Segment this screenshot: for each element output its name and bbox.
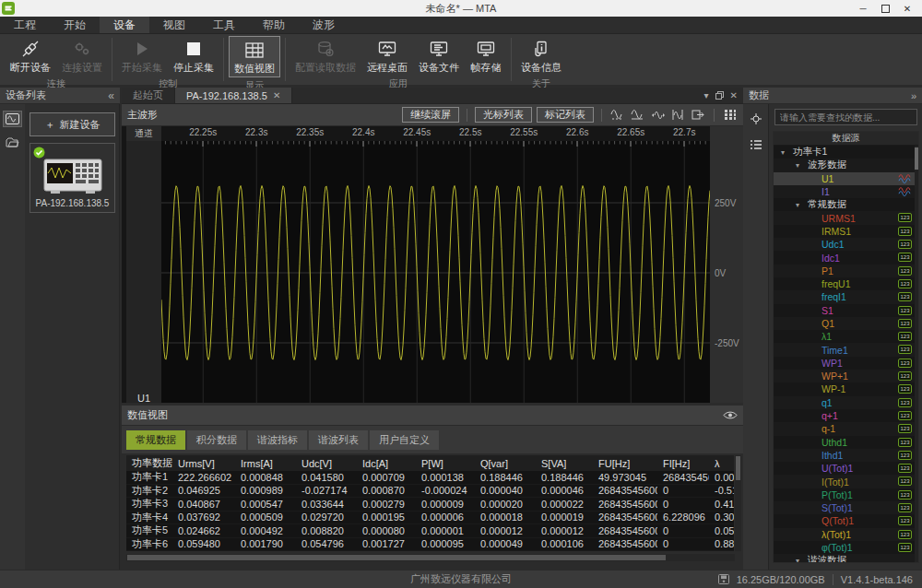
- maximize-button[interactable]: [876, 2, 894, 15]
- panel-menu-icon[interactable]: ▾: [704, 90, 709, 100]
- tree-item-utot1[interactable]: U(Tot)1123: [774, 462, 918, 475]
- menu-item-2[interactable]: 开始: [50, 17, 100, 33]
- numeric-tab-3[interactable]: 谐波指标: [248, 430, 307, 450]
- tree-item-q1[interactable]: Q1123: [774, 317, 918, 330]
- tree-item-itot1[interactable]: I(Tot)1123: [774, 475, 918, 488]
- menu-item-7[interactable]: 波形: [299, 17, 349, 33]
- wave-baseline-icon[interactable]: [630, 108, 645, 122]
- tree-item-stot1[interactable]: S(Tot)1123: [774, 501, 918, 514]
- menu-item-4[interactable]: 视图: [149, 17, 199, 33]
- tree-item-idc1[interactable]: Idc1123: [774, 251, 918, 264]
- menu-item-6[interactable]: 帮助: [249, 17, 299, 33]
- tree-item-qtot1[interactable]: Q(Tot)1123: [774, 514, 918, 527]
- numeric-type-icon: 123: [898, 306, 912, 315]
- device-folder-icon[interactable]: [4, 135, 21, 150]
- minimize-button[interactable]: ─: [854, 2, 872, 15]
- tree-item-uthd1[interactable]: Uthd1123: [774, 436, 918, 449]
- expander-arrow-icon[interactable]: ▾: [781, 148, 785, 157]
- numeric-view-button[interactable]: 数值视图: [229, 36, 280, 77]
- panel-float-icon[interactable]: [715, 91, 724, 100]
- tree-item-1[interactable]: ▾功率卡1: [774, 146, 918, 159]
- tree-item-[interactable]: ▾常规数据: [774, 198, 918, 211]
- tree-item-freqi1[interactable]: freqI1123: [774, 290, 918, 303]
- document-tab-2[interactable]: PA-192.168.138.5✕: [175, 88, 292, 103]
- start-capture-button[interactable]: 开始采集: [117, 36, 167, 76]
- table-row[interactable]: 功率卡20.0469250.000989-0.0271740.000870-0.…: [126, 485, 734, 499]
- device-card[interactable]: PA-192.168.138.5: [30, 143, 115, 213]
- table-row[interactable]: 功率卡40.0376920.0005090.0297200.0001950.00…: [126, 512, 734, 525]
- table-row[interactable]: 功率卡50.0246620.0004920.0088200.0000800.00…: [126, 524, 734, 538]
- numeric-tab-2[interactable]: 积分数据: [187, 430, 246, 450]
- tree-item-ithd1[interactable]: Ithd1123: [774, 449, 918, 462]
- expander-arrow-icon[interactable]: ▾: [796, 161, 799, 170]
- tree-item-ptot1[interactable]: P(Tot)1123: [774, 488, 918, 501]
- tree-item-tot1[interactable]: φ(Tot)1123: [774, 541, 918, 554]
- tree-item-p1[interactable]: P1123: [774, 265, 918, 277]
- stop-capture-button[interactable]: 停止采集: [169, 36, 219, 76]
- tree-item-i1[interactable]: I1: [774, 185, 918, 198]
- tree-item-udc1[interactable]: Udc1123: [774, 238, 918, 251]
- tree-item-s1[interactable]: S1123: [774, 304, 918, 317]
- table-row[interactable]: 功率卡30.0408670.0005470.0336440.0002790.00…: [126, 498, 734, 512]
- continue-scroll-button[interactable]: 继续滚屏: [402, 107, 459, 123]
- tree-item-urms1[interactable]: URMS1123: [774, 211, 918, 224]
- tree-item-tot1[interactable]: λ(Tot)1123: [774, 528, 918, 541]
- export-icon[interactable]: [691, 108, 706, 122]
- device-info-button[interactable]: 设备信息: [516, 36, 566, 76]
- table-row[interactable]: 功率卡1222.2666020.0008480.0415800.0007090.…: [126, 471, 734, 485]
- device-files-button[interactable]: 设备文件: [414, 36, 464, 76]
- tree-item-q-1[interactable]: q-1123: [774, 422, 918, 435]
- numeric-tab-4[interactable]: 谐波列表: [309, 430, 368, 450]
- tree-item-u1[interactable]: U1: [774, 172, 918, 185]
- wave-cursor-icon[interactable]: [670, 108, 686, 122]
- tree-item-frequ1[interactable]: freqU1123: [774, 277, 918, 290]
- table-row[interactable]: 功率卡60.0594800.0017900.0547960.0017270.00…: [126, 538, 734, 552]
- numeric-tab-1[interactable]: 常规数据: [126, 430, 185, 450]
- tree-item-irms1[interactable]: IRMS1123: [774, 225, 918, 238]
- tree-item-wp+1[interactable]: WP+1123: [774, 370, 918, 382]
- plot-area[interactable]: [161, 141, 710, 403]
- data-list-icon[interactable]: [747, 137, 764, 152]
- remote-desktop-button[interactable]: 远程桌面: [362, 36, 412, 76]
- tree-item-wp1[interactable]: WP1123: [774, 357, 918, 370]
- ribbon-button-label: 开始采集: [122, 61, 162, 75]
- menu-item-5[interactable]: 工具: [199, 17, 249, 33]
- tab-close-icon[interactable]: ✕: [273, 90, 280, 100]
- wave-compress-icon[interactable]: [650, 108, 666, 122]
- numeric-tab-5[interactable]: 用户自定义: [370, 430, 439, 450]
- tree-item-[interactable]: ▾谐波数据: [774, 554, 918, 563]
- tree-item-wp-1[interactable]: WP-1123: [774, 382, 918, 395]
- data-source-icon[interactable]: [747, 112, 764, 126]
- expander-arrow-icon[interactable]: ▾: [796, 201, 799, 209]
- close-button[interactable]: ✕: [898, 2, 916, 15]
- panel-close-icon[interactable]: ✕: [730, 90, 738, 100]
- tree-item-[interactable]: ▾波形数据: [774, 159, 918, 171]
- connection-settings-button[interactable]: 连接设置: [57, 36, 107, 76]
- wave-measure-icon[interactable]: [609, 108, 625, 122]
- expand-panel-button[interactable]: »: [911, 90, 916, 101]
- table-vertical-scrollbar[interactable]: [735, 455, 741, 551]
- tree-item-q+1[interactable]: q+1123: [774, 409, 918, 422]
- tree-item-1[interactable]: λ1123: [774, 330, 918, 343]
- cursor-list-button[interactable]: 光标列表: [475, 107, 532, 123]
- disconnect-device-button[interactable]: 断开设备: [6, 36, 55, 76]
- config-read-button[interactable]: 配置读取数据: [290, 36, 361, 76]
- frame-storage-button[interactable]: 帧存储: [466, 36, 506, 76]
- tree-scrollbar[interactable]: [915, 146, 918, 562]
- marker-list-button[interactable]: 标记列表: [537, 107, 594, 123]
- menu-item-3[interactable]: 设备: [100, 17, 149, 33]
- tree-item-time1[interactable]: Time1123: [774, 343, 918, 356]
- table-horizontal-scrollbar[interactable]: [126, 554, 735, 561]
- menu-item-1[interactable]: 工程: [0, 17, 50, 33]
- document-tab-1[interactable]: 起始页: [122, 88, 175, 103]
- expander-arrow-icon[interactable]: ▾: [796, 557, 799, 563]
- device-view-icon[interactable]: [4, 112, 21, 126]
- collapse-panel-button[interactable]: «: [108, 89, 114, 102]
- grid-settings-icon[interactable]: [722, 108, 738, 122]
- ribbon-button-label: 帧存储: [471, 61, 502, 75]
- data-search-input[interactable]: [774, 109, 917, 125]
- visibility-eye-icon[interactable]: [723, 410, 738, 420]
- channel-u1-label[interactable]: U1: [126, 393, 161, 404]
- tree-item-q1[interactable]: q1123: [774, 396, 918, 409]
- add-device-button[interactable]: ＋ 新建设备: [30, 112, 115, 136]
